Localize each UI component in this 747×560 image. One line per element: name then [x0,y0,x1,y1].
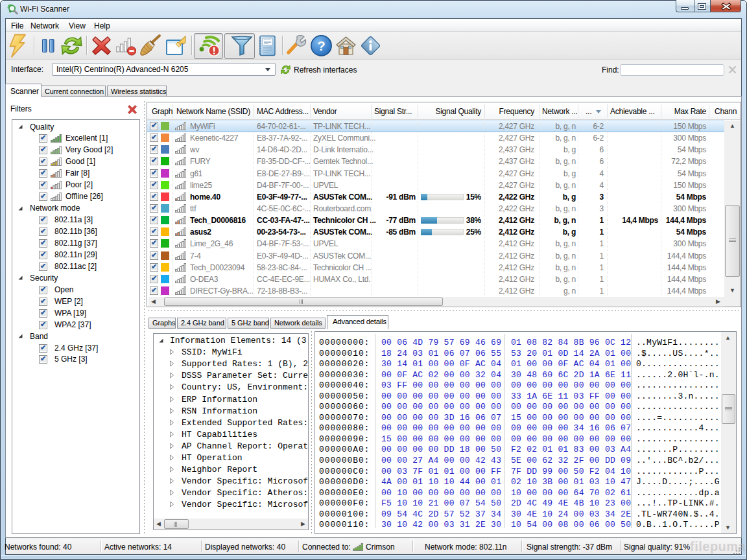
svg-text:?: ? [317,39,325,53]
